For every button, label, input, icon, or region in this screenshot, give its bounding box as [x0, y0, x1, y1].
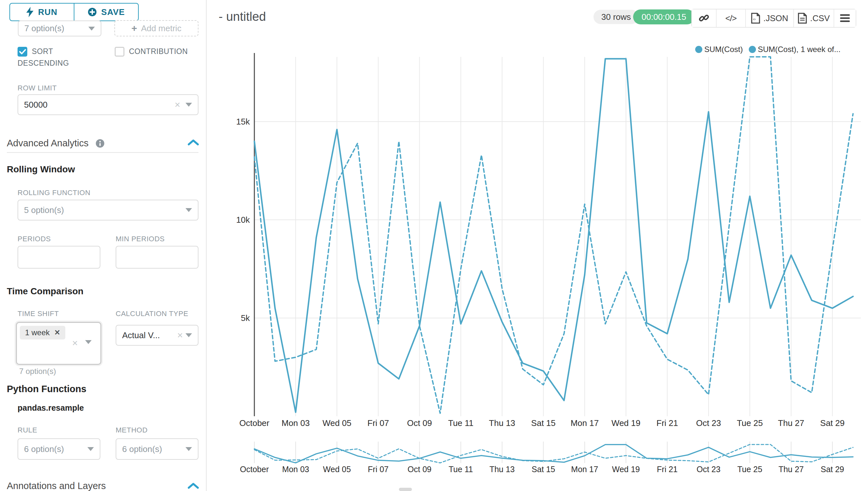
- svg-text:Oct 23: Oct 23: [696, 465, 720, 474]
- tag-close-icon[interactable]: ✕: [54, 328, 60, 337]
- groupby-select[interactable]: 7 option(s): [18, 21, 101, 36]
- rolling-function-value: 5 option(s): [24, 205, 185, 215]
- min-periods-input[interactable]: [116, 246, 198, 268]
- time-shift-tag[interactable]: 1 week ✕: [20, 326, 65, 340]
- svg-text:Oct 09: Oct 09: [408, 465, 432, 474]
- svg-text:5k: 5k: [241, 313, 250, 323]
- save-button[interactable]: SAVE: [74, 4, 138, 21]
- clear-icon[interactable]: ×: [72, 338, 78, 348]
- svg-text:Fri 21: Fri 21: [657, 465, 678, 474]
- time-comparison-title: Time Comparison: [7, 286, 84, 296]
- svg-text:Thu 13: Thu 13: [490, 465, 515, 474]
- add-metric-button[interactable]: + Add metric: [114, 20, 198, 36]
- calculation-type-label: CALCULATION TYPE: [116, 310, 188, 318]
- svg-text:October: October: [240, 465, 269, 474]
- svg-text:Thu 27: Thu 27: [778, 465, 804, 474]
- svg-text:Fri 21: Fri 21: [656, 418, 678, 428]
- sort-descending-checkbox[interactable]: SORT DESCENDING: [18, 46, 86, 69]
- add-metric-label: Add metric: [141, 23, 181, 33]
- rule-label: RULE: [18, 426, 37, 434]
- periods-input[interactable]: [18, 246, 100, 268]
- advanced-analytics-title: Advanced Analytics: [7, 138, 88, 149]
- chevron-down-icon: [87, 447, 94, 451]
- min-periods-label: MIN PERIODS: [116, 235, 165, 243]
- clear-icon[interactable]: ×: [177, 330, 183, 340]
- svg-text:Mon 03: Mon 03: [282, 465, 309, 474]
- save-button-label: SAVE: [101, 7, 125, 17]
- calculation-type-select[interactable]: Actual V... ×: [116, 325, 198, 346]
- plus-icon: +: [131, 23, 137, 34]
- svg-text:10k: 10k: [236, 215, 250, 225]
- run-button[interactable]: RUN: [10, 4, 74, 21]
- svg-text:Thu 27: Thu 27: [778, 418, 804, 428]
- collapse-chevron-icon[interactable]: [188, 483, 199, 489]
- plus-circle-icon: [88, 7, 97, 17]
- row-limit-label: ROW LIMIT: [18, 84, 57, 92]
- run-button-label: RUN: [38, 7, 57, 17]
- svg-text:Oct 09: Oct 09: [407, 418, 432, 428]
- svg-text:Fri 07: Fri 07: [368, 465, 389, 474]
- collapse-chevron-icon[interactable]: [188, 139, 199, 146]
- rule-select[interactable]: 6 option(s): [18, 438, 100, 460]
- timeseries-chart-canvas[interactable]: 5k10k15kOctoberMon 03Wed 05Fri 07Oct 09T…: [206, 0, 868, 491]
- svg-text:Fri 07: Fri 07: [367, 418, 389, 428]
- svg-text:Mon 17: Mon 17: [571, 465, 598, 474]
- svg-text:Mon 17: Mon 17: [570, 418, 599, 428]
- svg-text:15k: 15k: [236, 117, 250, 126]
- calculation-type-value: Actual V...: [122, 330, 177, 341]
- svg-text:Sat 29: Sat 29: [820, 465, 844, 474]
- clear-icon[interactable]: ×: [175, 100, 180, 110]
- svg-text:Wed 05: Wed 05: [322, 418, 351, 428]
- row-limit-select[interactable]: 50000 ×: [18, 94, 198, 115]
- svg-text:Tue 25: Tue 25: [737, 418, 763, 428]
- chevron-down-icon: [185, 333, 192, 337]
- contribution-label: CONTRIBUTION: [129, 47, 188, 56]
- method-label: METHOD: [116, 426, 148, 434]
- chevron-down-icon: [85, 340, 92, 344]
- method-value: 6 option(s): [122, 444, 185, 454]
- time-shift-label: TIME SHIFT: [18, 310, 59, 318]
- svg-text:Sat 29: Sat 29: [820, 418, 845, 428]
- time-shift-hint: 7 option(s): [19, 367, 56, 376]
- chevron-down-icon: [185, 208, 192, 212]
- chevron-down-icon: [185, 103, 192, 107]
- svg-text:October: October: [240, 418, 270, 428]
- annotations-title: Annotations and Layers: [7, 481, 106, 491]
- svg-text:Mon 03: Mon 03: [282, 418, 310, 428]
- run-save-group: RUN SAVE: [9, 3, 139, 21]
- svg-text:Wed 05: Wed 05: [323, 465, 351, 474]
- lightning-icon: [26, 7, 33, 17]
- checkbox-checked-icon: [18, 47, 27, 57]
- method-select[interactable]: 6 option(s): [116, 438, 198, 460]
- rolling-function-select[interactable]: 5 option(s): [18, 200, 198, 221]
- svg-text:Thu 13: Thu 13: [489, 418, 515, 428]
- python-functions-title: Python Functions: [7, 384, 86, 395]
- pandas-resample-label: pandas.resample: [18, 403, 84, 413]
- svg-text:Tue 11: Tue 11: [448, 418, 473, 428]
- rule-value: 6 option(s): [24, 444, 87, 454]
- groupby-value: 7 option(s): [24, 23, 88, 33]
- section-divider: [7, 152, 198, 153]
- svg-text:Oct 23: Oct 23: [696, 418, 721, 428]
- svg-text:Tue 11: Tue 11: [448, 465, 473, 474]
- info-icon: [96, 139, 104, 148]
- time-shift-tag-label: 1 week: [25, 328, 50, 337]
- contribution-checkbox[interactable]: CONTRIBUTION: [115, 46, 209, 57]
- chevron-down-icon: [185, 447, 192, 451]
- rolling-function-label: ROLLING FUNCTION: [18, 189, 90, 197]
- chevron-down-icon: [88, 27, 95, 31]
- checkbox-empty-icon: [115, 47, 124, 57]
- svg-text:Sat 15: Sat 15: [532, 465, 555, 474]
- svg-text:Sat 15: Sat 15: [531, 418, 556, 428]
- svg-text:Tue 25: Tue 25: [737, 465, 763, 474]
- svg-text:Wed 19: Wed 19: [611, 418, 640, 428]
- superset-explore-view: RUN SAVE 7 option(s) + Add metric SORT D…: [0, 0, 868, 491]
- svg-text:Wed 19: Wed 19: [612, 465, 640, 474]
- row-limit-value: 50000: [24, 100, 175, 110]
- rolling-window-title: Rolling Window: [7, 164, 75, 175]
- periods-label: PERIODS: [18, 235, 51, 243]
